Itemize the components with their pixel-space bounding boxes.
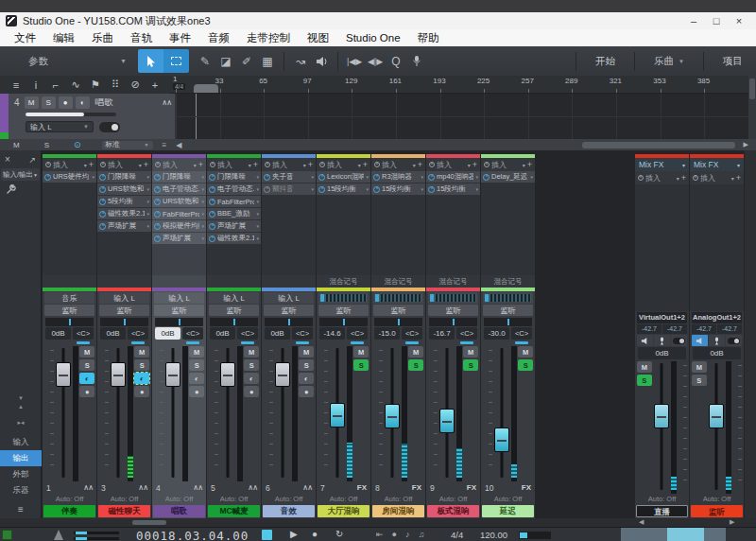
add-insert-button[interactable]: + — [681, 173, 686, 183]
inserts-header[interactable]: 插入 ▾ + — [426, 158, 480, 171]
cue-button[interactable]: 监听 — [428, 305, 478, 316]
fader-track[interactable] — [653, 361, 671, 494]
solo-button[interactable]: S — [518, 359, 533, 371]
volume-value[interactable]: -30.0 — [484, 327, 509, 340]
mixer-channel-strip[interactable]: 插入 ▾ + 门限降噪▾电子管动态..▾FabFilterPro.▾BBE_激励… — [207, 154, 261, 518]
insert-slot[interactable]: 模拟硬件均衡▾ — [152, 220, 206, 232]
talkback-mic-button[interactable] — [709, 335, 725, 346]
channel-name-tag[interactable]: MC喊麦 — [208, 505, 260, 517]
cue-button[interactable]: 监听 — [209, 305, 259, 316]
monitor-button[interactable]: ◐ — [299, 373, 314, 384]
fader-handle[interactable] — [385, 404, 401, 428]
insert-slot[interactable]: 声场扩展▾ — [207, 220, 261, 232]
fader-handle[interactable] — [654, 404, 670, 428]
inserts-header[interactable]: 插入 ▾ + — [317, 158, 370, 171]
insert-slot[interactable]: 5段均衡▾ — [97, 196, 151, 207]
macro-left-button[interactable]: |◀▶ — [344, 49, 365, 73]
power-icon[interactable] — [100, 162, 106, 167]
pan-slider[interactable] — [155, 318, 203, 326]
mixfx-header[interactable]: Mix FX ▾ — [635, 158, 689, 171]
fader-track[interactable] — [274, 346, 292, 481]
chevron-down-icon[interactable]: ▾ — [737, 162, 740, 168]
inserts-header[interactable]: 插入 ▾ + — [635, 171, 689, 184]
record-button[interactable]: ● — [312, 529, 318, 539]
solo-button[interactable]: S — [299, 359, 314, 371]
stop-button[interactable] — [262, 530, 272, 540]
power-icon[interactable] — [693, 175, 698, 181]
menu-item[interactable]: 帮助 — [409, 31, 448, 45]
insert-power-icon[interactable] — [99, 223, 106, 230]
arrange-tool-icon-3[interactable]: ∿ — [67, 79, 84, 91]
add-insert-button[interactable]: + — [736, 173, 741, 183]
insert-slot[interactable]: 15段均衡▾ — [371, 183, 425, 195]
mixer-channel-strip[interactable]: 插入 ▾ + URS硬件均▾ 混合记号 音乐 监听 0dB <C> — [43, 154, 96, 518]
pin-icon[interactable]: ↗ — [28, 155, 36, 165]
insert-slot[interactable]: 门限降噪▾ — [152, 171, 206, 183]
transport-mode-icon-2[interactable]: ♪ — [405, 530, 410, 539]
toolbar-button-2[interactable]: 项目 — [710, 46, 756, 76]
add-insert-button[interactable]: + — [308, 160, 313, 169]
insert-power-icon[interactable] — [209, 223, 215, 230]
inserts-header[interactable]: 插入 ▾ + — [43, 158, 96, 171]
add-insert-button[interactable]: + — [144, 160, 148, 169]
toolbar-button-0[interactable]: 开始 — [582, 46, 628, 76]
insert-slot[interactable]: 声场扩展▾ — [97, 220, 151, 232]
solo-button[interactable]: S — [189, 359, 204, 371]
mixer-channel-strip[interactable]: 插入 ▾ + Lexicon混响▾15段均衡▾ 混合记号 监听 -14.6 <C… — [317, 154, 370, 518]
transport-mode-icon-3[interactable]: ♫ — [418, 530, 424, 539]
chevron-down-icon[interactable]: ▾ — [303, 162, 306, 168]
inserts-header[interactable]: 插入 ▾ + — [97, 158, 151, 171]
insert-power-icon[interactable] — [154, 186, 161, 193]
footer-solo-button[interactable]: S — [44, 141, 49, 149]
collapse-horizontal-icon[interactable]: ▸◂ — [0, 418, 42, 427]
mute-button[interactable]: M — [637, 361, 652, 373]
sends-row[interactable]: 混合记号 — [262, 275, 316, 288]
chevron-down-icon[interactable]: ▾ — [468, 162, 471, 168]
fader-handle[interactable] — [220, 362, 236, 387]
range-tool-button[interactable] — [163, 49, 189, 73]
pan-slider[interactable] — [429, 318, 477, 326]
pan-slider[interactable] — [265, 318, 313, 326]
solo-button[interactable]: S — [353, 359, 369, 371]
monitor-button[interactable]: ◐ — [79, 373, 94, 384]
params-dropdown[interactable]: 参数 ▼ — [28, 55, 127, 68]
insert-power-icon[interactable] — [99, 174, 106, 181]
fader-handle[interactable] — [709, 404, 725, 428]
insert-power-icon[interactable] — [428, 186, 435, 193]
cue-button[interactable]: 监听 — [318, 305, 369, 316]
insert-slot[interactable]: 门限降噪▾ — [207, 171, 261, 183]
pan-slider[interactable] — [319, 318, 368, 326]
volume-value[interactable]: 0dB — [210, 327, 235, 340]
cue-button[interactable]: 监听 — [99, 305, 149, 316]
menu-item[interactable]: Studio One — [337, 32, 409, 44]
fader-track[interactable] — [55, 346, 73, 481]
play-button[interactable]: ▶ — [290, 529, 298, 539]
list-icon[interactable]: ≡ — [163, 141, 167, 149]
monitor-button[interactable]: ◐ — [134, 373, 149, 384]
fader-handle[interactable] — [494, 428, 510, 452]
insert-power-icon[interactable] — [318, 174, 325, 181]
mute-button[interactable]: M — [463, 346, 478, 358]
automation-status[interactable]: Auto: Off — [262, 494, 316, 505]
timeline-ruler[interactable]: 1 4/4 336597129161193225257289321353385 — [170, 76, 748, 94]
mute-button[interactable]: M — [189, 346, 204, 358]
add-insert-button[interactable]: + — [527, 160, 532, 169]
record-arm-button[interactable]: ● — [134, 386, 149, 397]
channel-name-tag[interactable]: 音效 — [263, 505, 315, 517]
chevron-down-icon[interactable]: ▾ — [523, 162, 525, 168]
volume-value[interactable]: 0dB — [693, 347, 741, 359]
fader-handle[interactable] — [330, 403, 346, 428]
menu-item[interactable]: 文件 — [6, 31, 44, 45]
pan-slider[interactable] — [45, 318, 94, 326]
fader-track[interactable] — [438, 346, 456, 481]
maximize-button[interactable]: □ — [705, 15, 728, 26]
add-insert-button[interactable]: + — [253, 160, 258, 169]
power-icon[interactable] — [638, 175, 644, 181]
inserts-header[interactable]: 插入 ▾ + — [262, 158, 316, 171]
inserts-header[interactable]: 插入 ▾ + — [481, 158, 535, 171]
automation-status[interactable]: Auto: Off — [207, 494, 261, 505]
insert-slot[interactable]: 电子管动态..▾ — [207, 183, 261, 195]
master-output-strip[interactable]: Mix FX ▾ 插入 ▾ + VirtualOut1+2 -42.7 -42.… — [635, 154, 689, 518]
time-display[interactable]: 00018.03.04.00 — [136, 529, 249, 541]
toolbar-button-1[interactable]: 乐曲▼ — [641, 46, 697, 76]
